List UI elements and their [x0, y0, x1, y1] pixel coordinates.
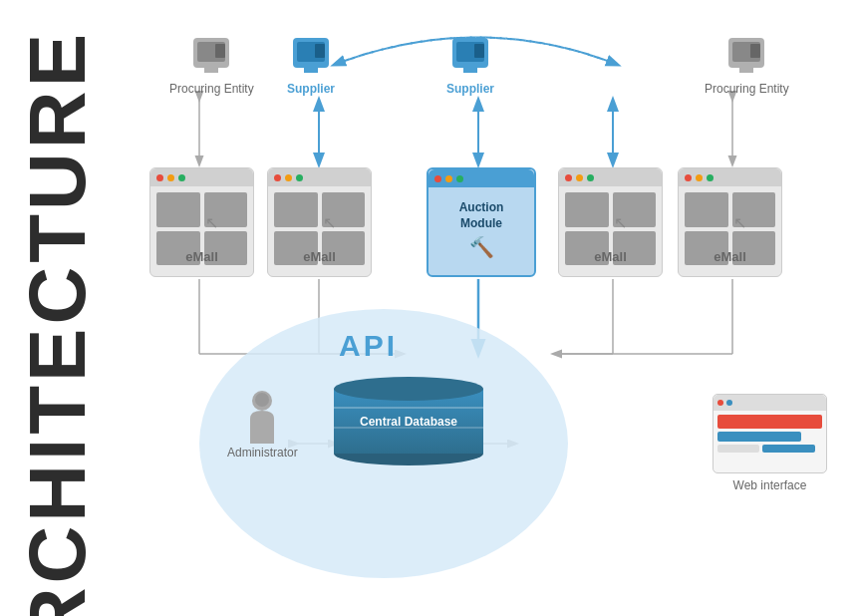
administrator-label: Administrator — [227, 446, 298, 460]
emall-2-label: eMall — [303, 249, 336, 264]
supplier-2-label: Supplier — [446, 82, 494, 96]
procuring-entity-1: Procuring Entity — [169, 38, 254, 96]
central-database: Central Database — [334, 377, 483, 465]
database-label: Central Database — [360, 415, 457, 429]
supplier-1-label: Supplier — [287, 82, 335, 96]
procuring-entity-2-label: Procuring Entity — [705, 82, 789, 96]
administrator: Administrator — [227, 389, 298, 460]
emall-1-label: eMall — [185, 249, 218, 264]
web-interface-label: Web interface — [713, 478, 827, 492]
architecture-title: ARCHITECTURE — [18, 30, 98, 616]
emall-window-2: eMall ↖ — [267, 167, 372, 277]
procuring-entity-2: Procuring Entity — [705, 38, 789, 96]
supplier-2: Supplier — [446, 38, 494, 96]
web-interface-window — [713, 394, 827, 473]
emall-window-3: eMall ↖ — [558, 167, 663, 277]
svg-point-17 — [255, 393, 269, 407]
emall-3-label: eMall — [594, 249, 627, 264]
emall-window-4: eMall ↖ — [678, 167, 782, 277]
auction-window: AuctionModule 🔨 — [427, 167, 536, 277]
api-label: API — [339, 329, 398, 363]
emall-window-1: eMall ↖ — [149, 167, 254, 277]
supplier-1: Supplier — [287, 38, 335, 96]
procuring-entity-1-label: Procuring Entity — [169, 82, 254, 96]
emall-4-label: eMall — [714, 249, 746, 264]
